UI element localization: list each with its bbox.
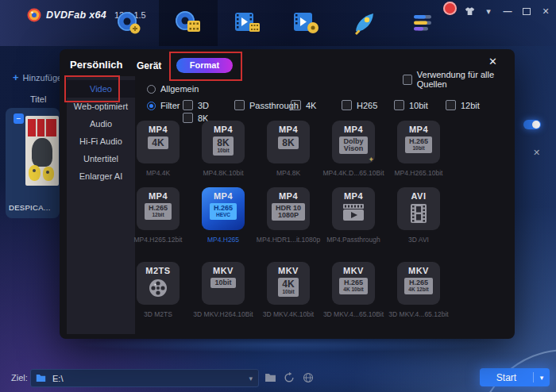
nav-toolkit-rocket[interactable] (335, 0, 394, 46)
format-tile-name: MKV (343, 266, 364, 276)
nav-copy-disc[interactable] (100, 0, 159, 46)
format-tile-3d-mkv-4-65-12bit[interactable]: MKVH.2654K 12bit (397, 262, 440, 305)
format-tile-mp4-4k[interactable]: MP44K (137, 121, 180, 163)
maximize-button[interactable] (521, 6, 532, 17)
format-tiles-row: M2TS3D M2TSMKV10bit3D MKV.H264.10BitMKV4… (125, 262, 453, 318)
start-label: Start (480, 372, 533, 383)
destination-path: E:\ (52, 374, 249, 383)
format-tile-badge: DolbyVison (339, 136, 367, 154)
radio-circle[interactable] (147, 85, 156, 94)
format-tile-mp4-h265-10bit[interactable]: MP4H.26510bit (397, 121, 440, 163)
radio-circle[interactable] (147, 102, 156, 110)
close-button[interactable]: ✕ (540, 6, 551, 17)
format-tile-label: 3D AVI (408, 236, 429, 244)
format-cell: MP4HDR 101080PMP4.HDR1...it.1080p (256, 187, 321, 244)
format-tiles-row: MP44KMP4.4KMP48K10bitMP4.8K.10bitMP48KMP… (125, 121, 453, 177)
title-column-header: Titel (30, 94, 46, 104)
format-cell: MP4DolbyVison✦MP4.4K.D...65.10Bit (321, 121, 386, 177)
format-tile-label: 3D MKV.H264.10Bit (193, 310, 253, 318)
format-tile-name: MP4 (214, 125, 233, 135)
format-tile-name: MKV (213, 266, 234, 276)
format-cell: MP48KMP4.8K (256, 121, 321, 177)
radio-allgemein[interactable]: Allgemein (147, 84, 199, 94)
format-tile-badge: 10bit (210, 278, 235, 288)
destination-caret-icon[interactable]: ▾ (249, 375, 253, 382)
source-enabled-toggle[interactable] (523, 120, 541, 129)
format-tile-3d-mkv-4k-10bit[interactable]: MKV4K10bit (267, 262, 310, 305)
browse-folder-button[interactable] (263, 371, 277, 385)
checkbox-3d[interactable]: 3D (183, 100, 209, 110)
format-tile-badge: 8K (278, 136, 298, 149)
add-source-button[interactable]: + Hinzufügen (13, 71, 67, 83)
radio-filter-label: Filter (160, 101, 180, 110)
format-tile-label: MP4.4K (146, 169, 170, 177)
notification-badge[interactable] (443, 2, 457, 15)
format-tile-name: MP4 (344, 125, 363, 135)
movie-poster (25, 116, 59, 186)
format-tile-badge: HDR 101080P (272, 203, 305, 221)
format-cell: MP4MP4.Passthrough (321, 187, 386, 244)
dialog-close-icon[interactable]: ✕ (488, 56, 497, 67)
nav-video-converter-film[interactable] (218, 0, 276, 46)
start-dropdown-caret[interactable]: ▾ (534, 374, 550, 382)
format-cell: MP48K10bitMP4.8K.10bit (191, 121, 256, 177)
film-reel-icon (148, 278, 168, 298)
format-tile-badge: H.26512bit (145, 203, 172, 220)
format-tile-mp4-h265[interactable]: MP4H.265HEVC (202, 187, 245, 230)
format-tile-badge: 4K (148, 136, 168, 149)
format-tiles-row: MP4H.26512bitMP4.H265.12bitMP4H.265HEVCM… (125, 187, 453, 244)
format-tile-label: 3D M2TS (144, 310, 172, 318)
format-tile-mp4-passthrough[interactable]: MP4 (332, 187, 375, 230)
format-tile-label: 3D MKV.4K.10bit (263, 310, 314, 318)
globe-button[interactable] (301, 371, 315, 385)
checkbox-4k[interactable]: 4K (291, 100, 316, 110)
theme-icon[interactable] (464, 6, 475, 17)
format-tile-3d-m2ts[interactable]: M2TS (137, 262, 180, 305)
format-tile-label: MP4.8K.10bit (203, 169, 243, 177)
source-item-card[interactable]: − DESPICA... (6, 108, 60, 218)
tab-device[interactable]: Gerät (137, 60, 161, 71)
checkbox-12bit[interactable]: 12bit (446, 100, 480, 110)
nav-ripper-disc-film[interactable] (159, 0, 218, 46)
format-tile-badge: H.2654K 12bit (404, 278, 432, 294)
refresh-button[interactable] (282, 371, 296, 385)
radio-filter[interactable]: Filter (147, 101, 180, 110)
format-tile-3d-mkv-4-65-10bit[interactable]: MKVH.2654K 10bit (332, 262, 375, 305)
format-tile-badge: 4K10bit (278, 278, 298, 297)
checkbox-passthrough[interactable]: Passthrough (234, 100, 299, 110)
format-tile-mp4-8k-10bit[interactable]: MP48K10bit (202, 121, 245, 163)
format-tile-mp4-4k-d-65-10bit[interactable]: MP4DolbyVison✦ (332, 121, 375, 163)
app-title: DVDFab x64 (46, 10, 106, 21)
format-cell: MP4H.26510bitMP4.H265.10bit (386, 121, 451, 177)
source-remove-icon[interactable]: ✕ (533, 148, 540, 158)
format-cell: MKV4K10bit3D MKV.4K.10bit (256, 262, 321, 318)
format-tile-3d-mkv-h264-10bit[interactable]: MKV10bit (202, 262, 245, 305)
format-tile-mp4-hdr1-it-1080p[interactable]: MP4HDR 101080P (267, 187, 310, 230)
start-button[interactable]: Start ▾ (480, 368, 550, 386)
checkbox-10bit[interactable]: 10bit (394, 100, 428, 110)
format-tile-badge: H.2654K 10bit (339, 278, 367, 294)
apply-all-checkbox[interactable] (403, 75, 412, 85)
checkbox-h265[interactable]: H265 (342, 100, 377, 110)
format-tile-3d-avi[interactable]: AVI (397, 187, 440, 230)
destination-label: Ziel: (11, 373, 28, 382)
format-tile-mp4-8k[interactable]: MP48K (267, 121, 310, 163)
tab-personal[interactable]: Persönlich (70, 59, 122, 71)
apply-all-sources[interactable]: Verwendung für alle Quellen (403, 70, 515, 89)
format-tile-label: 3D MKV.4...65.12bit (388, 310, 448, 318)
dialog-bottom-glow (71, 336, 500, 352)
format-tile-mp4-h265-12bit[interactable]: MP4H.26512bit (137, 187, 180, 230)
destination-field[interactable]: E:\ ▾ (30, 369, 259, 387)
format-tile-label: MP4.8K (276, 169, 300, 177)
app-window: DVDFab x64 12.0.1.5 ▾ — ✕ + Hinzufügen T… (0, 0, 556, 392)
format-tile-name: AVI (411, 191, 426, 202)
nav-creator-film-disc[interactable] (276, 0, 335, 46)
minimize-button[interactable]: — (502, 6, 513, 17)
window-controls: ▾ — ✕ (464, 6, 551, 17)
format-cell: M2TS3D M2TS (125, 262, 191, 318)
source-checkbox[interactable]: − (14, 113, 24, 124)
menu-caret-icon[interactable]: ▾ (483, 6, 494, 17)
format-tile-badge: 8K10bit (213, 136, 233, 156)
filmstrip-icon (410, 203, 427, 224)
format-tile-name: MKV (278, 266, 299, 276)
